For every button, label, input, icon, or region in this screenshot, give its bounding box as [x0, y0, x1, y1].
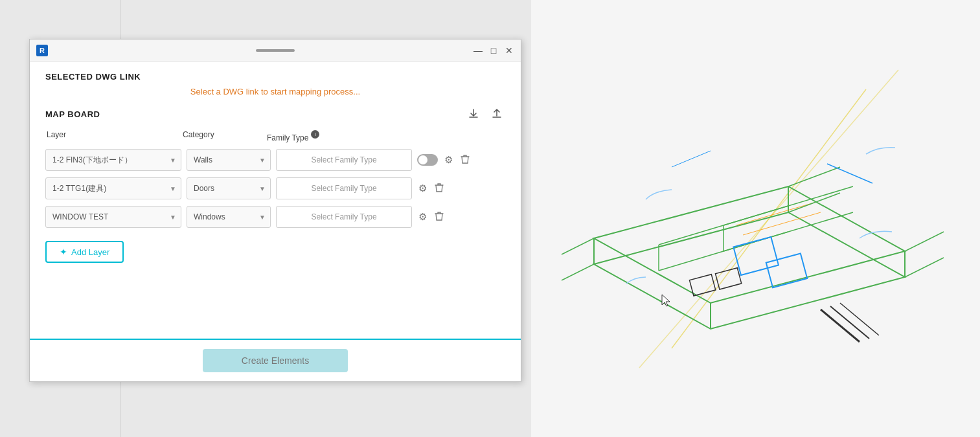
cad-drawing [542, 57, 970, 381]
add-layer-button[interactable]: ✦ Add Layer [45, 241, 124, 263]
info-icon: i [311, 130, 319, 139]
title-bar-left: R [36, 45, 48, 56]
gear-btn-2[interactable]: ⚙ [417, 181, 428, 196]
layer-select-wrapper-3: WINDOW TEST ▼ [45, 206, 181, 228]
table-row: 1-2 FIN3(下地ボード） ▼ Walls Doors Windows ▼ … [45, 149, 505, 171]
dialog-footer: Create Elements [30, 339, 521, 381]
svg-line-1 [639, 70, 898, 368]
svg-line-18 [736, 203, 814, 225]
map-board-header: MAP BOARD [45, 107, 505, 124]
row-actions-1: ⚙ [417, 153, 482, 168]
col-header-layer: Layer [47, 130, 183, 145]
add-layer-icon: ✦ [60, 247, 67, 257]
svg-line-13 [724, 212, 853, 251]
title-bar-controls: — □ ✕ [473, 45, 514, 56]
category-select-wrapper-3: Windows Walls Doors ▼ [187, 206, 271, 228]
svg-line-28 [788, 193, 840, 212]
svg-line-27 [788, 167, 840, 186]
map-board-title: MAP BOARD [45, 109, 100, 119]
svg-line-26 [562, 264, 594, 280]
row-actions-3: ⚙ [417, 210, 482, 225]
create-elements-button[interactable]: Create Elements [203, 349, 348, 372]
upload-button[interactable] [488, 107, 505, 124]
family-type-btn-1[interactable]: Select Family Type [276, 149, 412, 171]
layer-select-wrapper-2: 1-2 TTG1(建具) ▼ [45, 177, 181, 199]
category-select-3[interactable]: Windows Walls Doors [187, 206, 271, 228]
gear-btn-3[interactable]: ⚙ [417, 210, 428, 224]
col-header-actions [403, 130, 468, 145]
dialog-window: R — □ ✕ SELECTED DWG LINK Select a DWG l… [29, 39, 521, 382]
app-icon: R [36, 45, 48, 56]
table-row: 1-2 TTG1(建具) ▼ Doors Walls Windows ▼ Sel… [45, 177, 505, 199]
toggle-1[interactable] [417, 154, 438, 166]
col-header-category: Category [183, 130, 267, 145]
col-header-family-type: Family Type i [267, 130, 403, 145]
download-button[interactable] [465, 107, 482, 124]
layer-select-wrapper-1: 1-2 FIN3(下地ボード） ▼ [45, 149, 181, 171]
trash-btn-3[interactable] [433, 210, 445, 225]
add-layer-label: Add Layer [71, 247, 109, 257]
category-select-wrapper-1: Walls Doors Windows ▼ [187, 149, 271, 171]
dialog-content: SELECTED DWG LINK Select a DWG link to s… [30, 62, 521, 339]
layer-select-1[interactable]: 1-2 FIN3(下地ボード） [45, 149, 181, 171]
category-select-wrapper-2: Doors Walls Windows ▼ [187, 177, 271, 199]
family-type-btn-3[interactable]: Select Family Type [276, 206, 412, 228]
svg-rect-14 [733, 236, 779, 275]
svg-rect-17 [715, 267, 741, 289]
gear-btn-1[interactable]: ⚙ [443, 153, 454, 167]
category-select-2[interactable]: Doors Walls Windows [187, 177, 271, 199]
map-board-section: MAP BOARD Layer Ca [45, 107, 505, 263]
trash-btn-2[interactable] [433, 181, 445, 196]
svg-line-29 [827, 164, 872, 183]
cad-area [531, 0, 980, 437]
maximize-button[interactable]: □ [488, 45, 499, 56]
table-rows: 1-2 FIN3(下地ボード） ▼ Walls Doors Windows ▼ … [45, 149, 505, 228]
layer-select-3[interactable]: WINDOW TEST [45, 206, 181, 228]
layer-select-2[interactable]: 1-2 TTG1(建具) [45, 177, 181, 199]
selected-dwg-title: SELECTED DWG LINK [45, 72, 505, 82]
selected-dwg-section: SELECTED DWG LINK Select a DWG link to s… [45, 72, 505, 96]
svg-line-24 [905, 258, 944, 277]
title-bar: R — □ ✕ [30, 39, 521, 62]
title-bar-center [256, 49, 295, 52]
title-bar-title [256, 49, 295, 52]
map-board-actions [465, 107, 505, 124]
minimize-button[interactable]: — [473, 45, 483, 56]
trash-btn-1[interactable] [459, 153, 471, 168]
svg-line-25 [562, 238, 594, 254]
dwg-subtitle: Select a DWG link to start mapping proce… [45, 87, 505, 96]
table-row: WINDOW TEST ▼ Windows Walls Doors ▼ Sele… [45, 206, 505, 228]
family-type-btn-2[interactable]: Select Family Type [276, 177, 412, 199]
svg-line-23 [905, 232, 944, 251]
row-actions-2: ⚙ [417, 181, 482, 196]
close-button[interactable]: ✕ [504, 45, 514, 56]
table-headers: Layer Category Family Type i [45, 130, 505, 145]
svg-marker-2 [594, 212, 905, 329]
svg-line-30 [672, 151, 711, 167]
category-select-1[interactable]: Walls Doors Windows [187, 149, 271, 171]
